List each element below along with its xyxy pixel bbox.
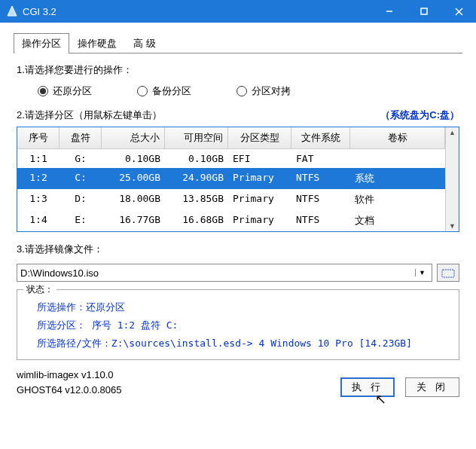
tab-partition[interactable]: 操作分区 bbox=[14, 33, 69, 53]
radio-label: 分区对拷 bbox=[252, 84, 291, 98]
ghost-version: GHOST64 v12.0.0.8065 bbox=[17, 383, 340, 398]
svg-rect-5 bbox=[442, 270, 454, 277]
step3-label: 3.请选择镜像文件： bbox=[17, 243, 459, 256]
partition-table: 序号 盘符 总大小 可用空间 分区类型 文件系统 卷标 1:1 G: 0.10G… bbox=[17, 127, 459, 232]
tab-underline bbox=[14, 53, 462, 53]
folder-icon bbox=[441, 267, 455, 278]
titlebar: CGI 3.2 bbox=[0, 0, 476, 23]
scroll-up-icon: ▲ bbox=[449, 129, 456, 136]
radio-label: 还原分区 bbox=[53, 84, 92, 98]
svg-rect-2 bbox=[421, 8, 427, 14]
chevron-down-icon: ▼ bbox=[415, 269, 429, 276]
close-button[interactable] bbox=[441, 0, 476, 23]
table-scrollbar[interactable]: ▲ ▼ bbox=[445, 127, 459, 231]
th-total[interactable]: 总大小 bbox=[102, 127, 165, 149]
radio-icon bbox=[236, 86, 247, 96]
status-title: 状态： bbox=[23, 283, 56, 296]
step2-label: 2.请选择分区（用鼠标左键单击） bbox=[17, 108, 162, 122]
tabs: 操作分区 操作硬盘 高 级 bbox=[14, 33, 476, 53]
th-label[interactable]: 卷标 bbox=[350, 127, 445, 149]
svg-marker-0 bbox=[8, 6, 17, 16]
scroll-down-icon: ▼ bbox=[449, 222, 456, 230]
table-row[interactable]: 1:2 C: 25.00GB 24.90GB Primary NTFS 系统 bbox=[17, 168, 445, 189]
status-panel: 状态： 所选操作：还原分区 所选分区： 序号 1:2 盘符 C: 所选路径/文件… bbox=[17, 289, 459, 360]
window-title: CGI 3.2 bbox=[23, 6, 372, 17]
status-path: 所选路径/文件：Z:\sources\install.esd-> 4 Windo… bbox=[37, 337, 451, 350]
maximize-button[interactable] bbox=[407, 0, 441, 23]
table-row[interactable]: 1:1 G: 0.10GB 0.10GB EFI FAT bbox=[17, 149, 445, 168]
image-file-combo[interactable]: D:\Windows10.iso ▼ bbox=[17, 264, 432, 282]
th-index[interactable]: 序号 bbox=[17, 127, 60, 149]
th-type[interactable]: 分区类型 bbox=[228, 127, 291, 149]
app-icon bbox=[6, 5, 18, 17]
wimlib-version: wimlib-imagex v1.10.0 bbox=[17, 368, 340, 383]
th-free[interactable]: 可用空间 bbox=[165, 127, 228, 149]
status-partition: 所选分区： 序号 1:2 盘符 C: bbox=[37, 319, 451, 332]
version-info: wimlib-imagex v1.10.0 GHOST64 v12.0.0.80… bbox=[17, 368, 340, 397]
step2-header: 2.请选择分区（用鼠标左键单击） （系统盘为C:盘） bbox=[17, 108, 459, 122]
radio-icon bbox=[38, 86, 48, 96]
radio-clone[interactable]: 分区对拷 bbox=[236, 84, 291, 98]
th-drive[interactable]: 盘符 bbox=[60, 127, 102, 149]
radio-backup[interactable]: 备份分区 bbox=[137, 84, 191, 98]
browse-button[interactable] bbox=[437, 264, 459, 282]
th-fs[interactable]: 文件系统 bbox=[291, 127, 350, 149]
table-row[interactable]: 1:4 E: 16.77GB 16.68GB Primary NTFS 文档 bbox=[17, 210, 445, 231]
status-operation: 所选操作：还原分区 bbox=[37, 301, 451, 314]
minimize-button[interactable] bbox=[372, 0, 407, 23]
image-file-value: D:\Windows10.iso bbox=[20, 267, 415, 279]
tab-disk[interactable]: 操作硬盘 bbox=[69, 33, 125, 53]
table-row[interactable]: 1:3 D: 18.00GB 13.85GB Primary NTFS 软件 bbox=[17, 189, 445, 210]
execute-button[interactable]: 执 行 bbox=[340, 377, 395, 397]
operation-radio-group: 还原分区 备份分区 分区对拷 bbox=[38, 84, 459, 98]
close-window-button[interactable]: 关 闭 bbox=[405, 377, 459, 397]
radio-restore[interactable]: 还原分区 bbox=[38, 84, 92, 98]
table-header: 序号 盘符 总大小 可用空间 分区类型 文件系统 卷标 bbox=[17, 127, 445, 149]
step1-label: 1.请选择您要进行的操作： bbox=[17, 63, 459, 77]
system-disk-note: （系统盘为C:盘） bbox=[380, 108, 459, 122]
radio-label: 备份分区 bbox=[152, 84, 191, 98]
radio-icon bbox=[137, 86, 148, 96]
tab-advanced[interactable]: 高 级 bbox=[125, 33, 164, 53]
